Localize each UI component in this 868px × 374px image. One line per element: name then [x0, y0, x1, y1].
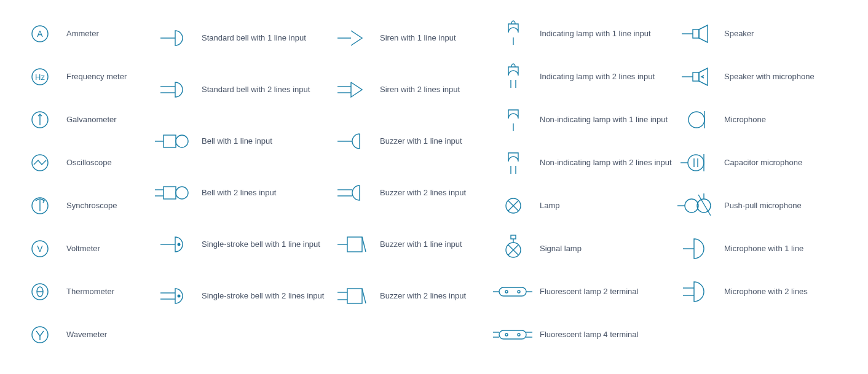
item-thermometer: Thermometer [18, 270, 154, 313]
label: Buzzer with 2 lines input [375, 290, 492, 302]
ind-lamp-2-icon [492, 63, 535, 90]
item-signal-lamp: Signal lamp [492, 227, 676, 270]
synchroscope-icon [18, 195, 61, 216]
label: Oscilloscope [61, 157, 154, 168]
speaker-mic-icon [676, 64, 719, 89]
item-ind-lamp-1: Indicating lamp with 1 line input [492, 12, 676, 55]
svg-point-84 [685, 199, 698, 212]
label: Indicating lamp with 2 lines input [535, 71, 676, 82]
item-push-pull-mic: Push-pull microphone [676, 184, 848, 227]
item-buzzer-sq-1: Buzzer with 1 line input [332, 219, 492, 270]
item-speaker: Speaker [676, 12, 848, 55]
push-pull-mic-icon [676, 192, 719, 219]
nonind-lamp-1-icon [492, 106, 535, 133]
item-ammeter: A Ammeter [18, 12, 154, 55]
svg-rect-20 [164, 135, 176, 147]
svg-point-21 [176, 135, 188, 147]
label: Microphone with 2 lines [719, 286, 848, 297]
bell-2-icon [154, 181, 197, 205]
label: Ammeter [61, 28, 154, 39]
voltmeter-icon: V [18, 238, 61, 259]
label: Signal lamp [535, 243, 676, 254]
ammeter-icon: A [18, 23, 61, 44]
label: Bell with 2 lines input [197, 187, 332, 198]
label: Fluorescent lamp 2 terminal [535, 286, 676, 297]
svg-point-85 [697, 199, 711, 212]
label: Synchroscope [61, 200, 154, 211]
item-single-bell-1: Single-stroke bell with 1 line input [154, 219, 332, 270]
item-siren-2: Siren with 2 lines input [332, 64, 492, 115]
label: Standard bell with 2 lines input [197, 84, 332, 95]
item-buzzer-arc-2: Buzzer with 2 lines input [332, 167, 492, 219]
item-lamp: Lamp [492, 184, 676, 227]
svg-marker-72 [699, 25, 708, 42]
label: Indicating lamp with 1 line input [535, 28, 676, 39]
std-bell-1-icon [154, 26, 197, 50]
svg-text:Hz: Hz [35, 72, 45, 82]
svg-point-67 [518, 333, 520, 336]
label: Push-pull microphone [719, 200, 848, 211]
svg-point-79 [688, 155, 704, 171]
label: Microphone with 1 line [719, 243, 848, 254]
label: Buzzer with 1 line input [375, 239, 492, 250]
mic-1-icon [676, 235, 719, 262]
label: Fluorescent lamp 4 terminal [535, 329, 676, 340]
item-mic-1: Microphone with 1 line [676, 227, 848, 270]
item-voltmeter: V Voltmeter [18, 227, 154, 270]
item-siren-1: Siren with 1 line input [332, 12, 492, 64]
label: Bell with 1 line input [197, 136, 332, 147]
label: Frequency meter [61, 71, 154, 82]
label: Siren with 1 line input [375, 33, 492, 44]
nonind-lamp-2-icon [492, 149, 535, 176]
svg-line-43 [362, 289, 366, 303]
label: Speaker [719, 28, 848, 39]
svg-rect-71 [693, 29, 699, 38]
ind-lamp-1-icon [492, 20, 535, 47]
item-cap-mic: Capacitor microphone [676, 141, 848, 184]
label: Lamp [535, 200, 676, 211]
col-3: Siren with 1 line input Siren with 2 lin… [332, 12, 492, 356]
svg-text:A: A [37, 29, 43, 39]
svg-point-25 [176, 187, 188, 199]
item-buzzer-arc-1: Buzzer with 1 line input [332, 115, 492, 167]
item-mic-2: Microphone with 2 lines [676, 270, 848, 313]
label: Buzzer with 2 lines input [375, 187, 492, 198]
oscilloscope-icon [18, 152, 61, 173]
svg-point-14 [32, 327, 48, 343]
svg-point-76 [688, 112, 704, 128]
svg-rect-65 [499, 330, 526, 339]
item-galvanometer: Galvanometer [18, 98, 154, 141]
svg-point-27 [178, 243, 181, 246]
microphone-icon [676, 107, 719, 132]
mic-2-icon [676, 278, 719, 305]
lamp-icon [492, 193, 535, 218]
fluor-4-icon [492, 327, 535, 343]
label: Speaker with microphone [719, 71, 848, 82]
single-bell-2-icon [154, 284, 197, 308]
svg-rect-59 [499, 287, 526, 296]
item-nonind-lamp-1: Non-indicating lamp with 1 line input [492, 98, 676, 141]
buzzer-arc-1-icon [332, 129, 375, 154]
buzzer-sq-2-icon [332, 284, 375, 308]
svg-line-39 [362, 237, 366, 252]
label: Non-indicating lamp with 2 lines input [535, 157, 676, 168]
svg-marker-75 [699, 68, 708, 85]
item-synchroscope: Synchroscope [18, 184, 154, 227]
col-1: A Ammeter Hz Frequency meter Galvanomete… [18, 12, 154, 356]
label: Capacitor microphone [719, 157, 848, 168]
item-buzzer-sq-2: Buzzer with 2 lines input [332, 270, 492, 322]
cap-mic-icon [676, 150, 719, 175]
item-bell-2: Bell with 2 lines input [154, 167, 332, 219]
item-nonind-lamp-2: Non-indicating lamp with 2 lines input [492, 141, 676, 184]
single-bell-1-icon [154, 232, 197, 257]
fluor-2-icon [492, 284, 535, 300]
item-speaker-mic: Speaker with microphone [676, 55, 848, 98]
label: Standard bell with 1 line input [197, 33, 332, 44]
label: Voltmeter [61, 243, 154, 254]
svg-text:V: V [37, 244, 43, 254]
item-oscilloscope: Oscilloscope [18, 141, 154, 184]
item-fluor-2: Fluorescent lamp 2 terminal [492, 270, 676, 313]
col-4: Indicating lamp with 1 line input Indica… [492, 12, 676, 356]
item-std-bell-1: Standard bell with 1 line input [154, 12, 332, 64]
speaker-icon [676, 21, 719, 46]
